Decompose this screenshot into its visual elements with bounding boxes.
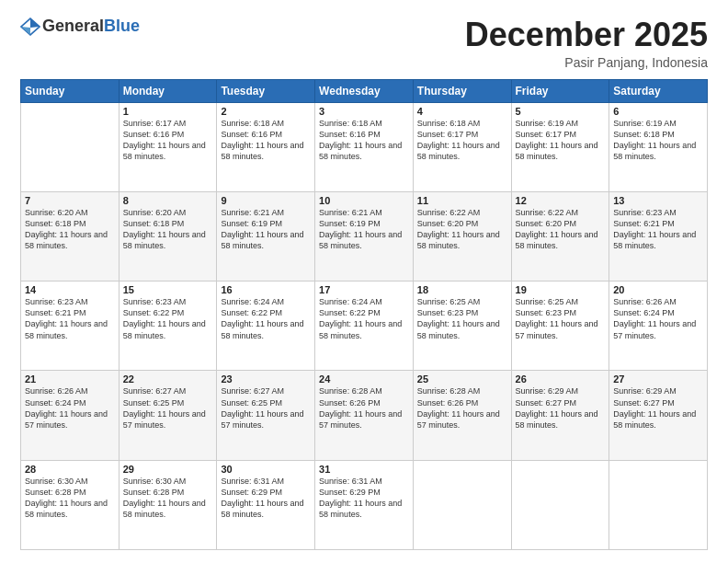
day-info: Sunrise: 6:27 AMSunset: 6:25 PMDaylight:… xyxy=(123,385,213,431)
calendar-header-monday: Monday xyxy=(119,79,217,102)
day-info: Sunrise: 6:25 AMSunset: 6:23 PMDaylight:… xyxy=(516,296,606,341)
day-info: Sunrise: 6:17 AMSunset: 6:16 PMDaylight:… xyxy=(123,118,213,163)
day-number: 26 xyxy=(516,373,606,385)
calendar-cell: 23Sunrise: 6:27 AMSunset: 6:25 PMDayligh… xyxy=(217,371,315,460)
day-number: 25 xyxy=(417,373,507,385)
day-info: Sunrise: 6:27 AMSunset: 6:25 PMDaylight:… xyxy=(221,385,311,431)
day-info: Sunrise: 6:22 AMSunset: 6:20 PMDaylight:… xyxy=(516,207,606,252)
day-number: 12 xyxy=(516,195,606,206)
day-info: Sunrise: 6:22 AMSunset: 6:20 PMDaylight:… xyxy=(417,207,507,252)
calendar-cell: 15Sunrise: 6:23 AMSunset: 6:22 PMDayligh… xyxy=(119,282,217,371)
calendar-cell: 17Sunrise: 6:24 AMSunset: 6:22 PMDayligh… xyxy=(315,282,414,371)
day-number: 22 xyxy=(123,373,213,385)
day-info: Sunrise: 6:18 AMSunset: 6:17 PMDaylight:… xyxy=(417,118,507,163)
month-title: December 2025 xyxy=(465,17,708,53)
location: Pasir Panjang, Indonesia xyxy=(465,55,708,70)
calendar-week-1: 1Sunrise: 6:17 AMSunset: 6:16 PMDaylight… xyxy=(21,102,708,191)
day-number: 18 xyxy=(417,284,507,295)
day-info: Sunrise: 6:26 AMSunset: 6:24 PMDaylight:… xyxy=(25,385,115,431)
day-info: Sunrise: 6:30 AMSunset: 6:28 PMDaylight:… xyxy=(25,476,115,521)
day-number: 23 xyxy=(221,373,311,385)
calendar-cell: 1Sunrise: 6:17 AMSunset: 6:16 PMDaylight… xyxy=(119,102,217,191)
day-info: Sunrise: 6:31 AMSunset: 6:29 PMDaylight:… xyxy=(221,476,311,521)
calendar-cell: 12Sunrise: 6:22 AMSunset: 6:20 PMDayligh… xyxy=(511,191,609,281)
logo-general: GeneralBlue xyxy=(42,17,140,36)
day-info: Sunrise: 6:28 AMSunset: 6:26 PMDaylight:… xyxy=(319,385,409,431)
calendar-cell: 31Sunrise: 6:31 AMSunset: 6:29 PMDayligh… xyxy=(315,460,414,549)
calendar-cell xyxy=(21,102,119,191)
logo: GeneralBlue xyxy=(20,17,140,37)
title-block: December 2025 Pasir Panjang, Indonesia xyxy=(465,17,708,70)
day-number: 6 xyxy=(613,106,703,117)
day-info: Sunrise: 6:29 AMSunset: 6:27 PMDaylight:… xyxy=(613,385,703,431)
day-info: Sunrise: 6:26 AMSunset: 6:24 PMDaylight:… xyxy=(613,296,703,341)
day-info: Sunrise: 6:24 AMSunset: 6:22 PMDaylight:… xyxy=(221,296,311,341)
day-number: 8 xyxy=(123,195,213,206)
calendar-cell: 29Sunrise: 6:30 AMSunset: 6:28 PMDayligh… xyxy=(119,460,217,549)
calendar-cell: 2Sunrise: 6:18 AMSunset: 6:16 PMDaylight… xyxy=(217,102,315,191)
day-info: Sunrise: 6:18 AMSunset: 6:16 PMDaylight:… xyxy=(221,118,311,163)
day-number: 10 xyxy=(319,195,409,206)
day-number: 16 xyxy=(221,284,311,295)
day-info: Sunrise: 6:24 AMSunset: 6:22 PMDaylight:… xyxy=(319,296,409,341)
calendar-cell: 11Sunrise: 6:22 AMSunset: 6:20 PMDayligh… xyxy=(413,191,511,281)
calendar-cell: 19Sunrise: 6:25 AMSunset: 6:23 PMDayligh… xyxy=(511,282,609,371)
calendar-cell: 4Sunrise: 6:18 AMSunset: 6:17 PMDaylight… xyxy=(413,102,511,191)
calendar-header-saturday: Saturday xyxy=(609,79,708,102)
calendar-cell: 22Sunrise: 6:27 AMSunset: 6:25 PMDayligh… xyxy=(119,371,217,460)
day-number: 5 xyxy=(516,106,606,117)
day-number: 30 xyxy=(221,464,311,475)
day-info: Sunrise: 6:23 AMSunset: 6:21 PMDaylight:… xyxy=(25,296,115,341)
day-info: Sunrise: 6:19 AMSunset: 6:17 PMDaylight:… xyxy=(516,118,606,163)
calendar-cell: 28Sunrise: 6:30 AMSunset: 6:28 PMDayligh… xyxy=(21,460,119,549)
day-number: 24 xyxy=(319,373,409,385)
day-number: 27 xyxy=(613,373,703,385)
day-number: 20 xyxy=(613,284,703,295)
calendar-cell: 13Sunrise: 6:23 AMSunset: 6:21 PMDayligh… xyxy=(609,191,708,281)
page: GeneralBlue December 2025 Pasir Panjang,… xyxy=(0,0,728,563)
calendar-cell: 3Sunrise: 6:18 AMSunset: 6:16 PMDaylight… xyxy=(315,102,414,191)
calendar-cell: 10Sunrise: 6:21 AMSunset: 6:19 PMDayligh… xyxy=(315,191,414,281)
calendar-cell: 30Sunrise: 6:31 AMSunset: 6:29 PMDayligh… xyxy=(217,460,315,549)
calendar-cell xyxy=(609,460,708,549)
day-number: 31 xyxy=(319,464,409,475)
calendar-header-wednesday: Wednesday xyxy=(315,79,414,102)
day-number: 4 xyxy=(417,106,507,117)
day-info: Sunrise: 6:31 AMSunset: 6:29 PMDaylight:… xyxy=(319,476,409,521)
day-info: Sunrise: 6:29 AMSunset: 6:27 PMDaylight:… xyxy=(516,385,606,431)
day-number: 21 xyxy=(25,373,115,385)
calendar-header-thursday: Thursday xyxy=(413,79,511,102)
day-info: Sunrise: 6:28 AMSunset: 6:26 PMDaylight:… xyxy=(417,385,507,431)
day-info: Sunrise: 6:19 AMSunset: 6:18 PMDaylight:… xyxy=(613,118,703,163)
day-number: 28 xyxy=(25,464,115,475)
calendar-cell: 25Sunrise: 6:28 AMSunset: 6:26 PMDayligh… xyxy=(413,371,511,460)
calendar-cell: 24Sunrise: 6:28 AMSunset: 6:26 PMDayligh… xyxy=(315,371,414,460)
calendar-header-sunday: Sunday xyxy=(21,79,119,102)
day-number: 1 xyxy=(123,106,213,117)
calendar-cell: 20Sunrise: 6:26 AMSunset: 6:24 PMDayligh… xyxy=(609,282,708,371)
day-info: Sunrise: 6:21 AMSunset: 6:19 PMDaylight:… xyxy=(221,207,311,252)
calendar-week-2: 7Sunrise: 6:20 AMSunset: 6:18 PMDaylight… xyxy=(21,191,708,281)
header: GeneralBlue December 2025 Pasir Panjang,… xyxy=(20,17,708,70)
day-info: Sunrise: 6:23 AMSunset: 6:22 PMDaylight:… xyxy=(123,296,213,341)
day-number: 17 xyxy=(319,284,409,295)
calendar-cell: 5Sunrise: 6:19 AMSunset: 6:17 PMDaylight… xyxy=(511,102,609,191)
logo-icon xyxy=(20,17,40,37)
calendar-cell: 16Sunrise: 6:24 AMSunset: 6:22 PMDayligh… xyxy=(217,282,315,371)
day-info: Sunrise: 6:21 AMSunset: 6:19 PMDaylight:… xyxy=(319,207,409,252)
svg-marker-1 xyxy=(30,18,40,28)
calendar-header-friday: Friday xyxy=(511,79,609,102)
calendar-cell: 8Sunrise: 6:20 AMSunset: 6:18 PMDaylight… xyxy=(119,191,217,281)
day-number: 9 xyxy=(221,195,311,206)
calendar-cell xyxy=(511,460,609,549)
calendar-cell: 14Sunrise: 6:23 AMSunset: 6:21 PMDayligh… xyxy=(21,282,119,371)
day-info: Sunrise: 6:18 AMSunset: 6:16 PMDaylight:… xyxy=(319,118,409,163)
calendar-cell: 18Sunrise: 6:25 AMSunset: 6:23 PMDayligh… xyxy=(413,282,511,371)
day-number: 15 xyxy=(123,284,213,295)
calendar-cell: 27Sunrise: 6:29 AMSunset: 6:27 PMDayligh… xyxy=(609,371,708,460)
day-number: 13 xyxy=(613,195,703,206)
calendar-table: SundayMondayTuesdayWednesdayThursdayFrid… xyxy=(20,79,708,550)
day-number: 2 xyxy=(221,106,311,117)
day-number: 14 xyxy=(25,284,115,295)
day-info: Sunrise: 6:20 AMSunset: 6:18 PMDaylight:… xyxy=(123,207,213,252)
